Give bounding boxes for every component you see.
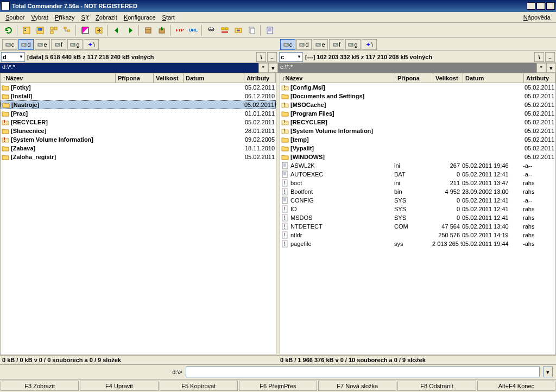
refresh-icon[interactable] [2, 24, 15, 37]
ftp-icon[interactable]: FTP [173, 24, 186, 37]
file-row[interactable]: !pagefilesys2 013 265 92005.02.2011 19:4… [280, 239, 555, 248]
folder-row[interactable]: [temp]05.02.2011 20:48---- [280, 135, 555, 144]
folder-row[interactable]: ![System Volume Information]09.02.2005 2… [1, 135, 276, 144]
file-icon: ! [281, 231, 289, 239]
right-path[interactable]: c:\*.* [278, 63, 536, 73]
view-brief-icon[interactable] [20, 24, 33, 37]
url-icon[interactable]: URL [187, 24, 200, 37]
file-row[interactable]: ASWL2Kini26705.02.2011 19:46-a-- [280, 161, 555, 170]
menu-vybrat[interactable]: Vybrat [28, 13, 51, 22]
drive-button-network[interactable]: \ [84, 39, 99, 50]
back-icon[interactable] [110, 24, 123, 37]
folder-row[interactable]: ![System Volume Information]05.02.2011 1… [280, 127, 555, 135]
folder-row[interactable]: [Zabava]18.11.2010 20:41---- [1, 144, 276, 153]
left-column-headers[interactable]: ↑Název Přípona Velikost Datum Atributy [1, 73, 276, 83]
menu-sit[interactable]: Síť [78, 13, 93, 22]
menu-zobrazit[interactable]: Zobrazit [92, 13, 121, 22]
file-row[interactable]: AUTOEXECBAT005.02.2011 12:41-a-- [280, 170, 555, 179]
fkey-f4[interactable]: F4 Upravit [80, 381, 158, 391]
svg-rect-58 [282, 197, 287, 204]
folder-row[interactable]: [Install]06.12.2010 20:55---- [1, 92, 276, 100]
view-full-icon[interactable] [34, 24, 47, 37]
folder-row[interactable]: [Program Files]05.02.2011 20:26r--- [280, 109, 555, 118]
drive-button-d[interactable]: d [18, 39, 34, 50]
folder-row[interactable]: [Prac]01.01.2011 17:21---- [1, 109, 276, 118]
fkey-altf4[interactable]: Alt+F4 Konec [477, 381, 555, 391]
fkey-f3[interactable]: F3 Zobrazit [1, 381, 79, 391]
menu-start[interactable]: Start [159, 13, 178, 22]
left-favorites-button[interactable]: * [258, 63, 268, 73]
drive-button-g[interactable]: g [345, 39, 361, 50]
folder-row[interactable]: [Slunecnice]28.01.2011 17:11---- [1, 127, 276, 135]
folder-row[interactable]: [Nastroje]05.02.2011 20:45---- [1, 100, 276, 109]
sync-icon[interactable] [232, 24, 245, 37]
fkey-f5[interactable]: F5 Kopírovat [160, 381, 238, 391]
menu-soubor[interactable]: Soubor [2, 13, 28, 22]
left-history-button[interactable]: ▾ [268, 63, 278, 73]
file-row[interactable]: !bootini21105.02.2011 13:47rahs [280, 179, 555, 187]
folder-icon [281, 153, 289, 161]
left-panel[interactable]: ↑Název Přípona Velikost Datum Atributy [… [0, 73, 276, 355]
drive-button-d[interactable]: d [296, 39, 312, 50]
fkey-f8[interactable]: F8 Odstranit [397, 381, 476, 391]
unpack-icon[interactable] [155, 24, 168, 37]
notepad-icon[interactable] [263, 24, 276, 37]
folder-row[interactable]: [Zaloha_registr]05.02.2011 17:44---- [1, 153, 276, 161]
maximize-button[interactable]: □ [536, 2, 545, 10]
drive-button-c[interactable]: c [2, 39, 17, 50]
right-root-button[interactable]: \ [534, 52, 544, 62]
right-favorites-button[interactable]: * [536, 63, 546, 73]
left-root-button[interactable]: \ [256, 52, 266, 62]
left-drive-combo[interactable]: d▼ [1, 52, 25, 62]
right-up-button[interactable]: .. [545, 52, 555, 62]
cmdline-history-button[interactable]: ▾ [543, 366, 553, 377]
close-button[interactable]: × [546, 2, 555, 10]
folder-row[interactable]: [Documents and Settings]05.02.2011 12:47… [280, 92, 555, 100]
folder-row[interactable]: ![RECYCLER]05.02.2011 14:40--hs [280, 118, 555, 127]
drive-button-g[interactable]: g [67, 39, 83, 50]
search-icon[interactable] [205, 24, 218, 37]
drive-button-network[interactable]: \ [362, 39, 377, 50]
right-panel[interactable]: ↑Název Přípona Velikost Datum Atributy !… [280, 73, 556, 355]
minimize-button[interactable]: _ [527, 2, 535, 10]
right-history-button[interactable]: ▾ [546, 63, 556, 73]
file-row[interactable]: CONFIGSYS005.02.2011 12:41-a-- [280, 196, 555, 205]
folder-icon [2, 110, 9, 117]
drive-button-e[interactable]: e [35, 39, 50, 50]
drive-button-e[interactable]: e [313, 39, 328, 50]
copy-names-icon[interactable] [245, 24, 258, 37]
menu-napoveda[interactable]: Nápověda [520, 13, 554, 22]
drive-button-c[interactable]: c [280, 39, 295, 50]
view-tree-icon[interactable] [61, 24, 74, 37]
folder-row[interactable]: [Fotky]05.02.2011 08:48---- [1, 83, 276, 92]
folder-icon [281, 144, 289, 152]
file-row[interactable]: !NTDETECTCOM47 56405.02.2011 13:40rahs [280, 222, 555, 231]
left-up-button[interactable]: .. [267, 52, 277, 62]
drive-button-f[interactable]: f [51, 39, 66, 50]
forward-icon[interactable] [124, 24, 137, 37]
file-row[interactable]: !MSDOSSYS005.02.2011 12:41rahs [280, 213, 555, 222]
swap-panels-icon[interactable] [92, 24, 105, 37]
invert-select-icon[interactable] [79, 24, 92, 37]
right-drive-combo[interactable]: c▼ [279, 52, 303, 62]
folder-row[interactable]: [Vypalit]05.02.2011 20:46---- [280, 144, 555, 153]
cmdline-input[interactable] [186, 366, 540, 377]
pack-icon[interactable] [142, 24, 155, 37]
drive-button-f[interactable]: f [329, 39, 344, 50]
svg-text:!: ! [283, 188, 285, 195]
folder-row[interactable]: ![Config.Msi]05.02.2011 20:42--h- [280, 83, 555, 92]
fkey-f6[interactable]: F6 PřejmPřes [239, 381, 317, 391]
fkey-f7[interactable]: F7 Nová složka [318, 381, 396, 391]
multi-rename-icon[interactable] [218, 24, 231, 37]
folder-row[interactable]: ![MSOCache]05.02.2011 20:09r-h- [280, 100, 555, 109]
file-row[interactable]: !ntldr250 57605.02.2011 14:19rahs [280, 231, 555, 239]
right-column-headers[interactable]: ↑Název Přípona Velikost Datum Atributy [280, 73, 555, 83]
menu-prikazy[interactable]: Příkazy [52, 13, 78, 22]
left-path[interactable]: d:\*.* [0, 63, 258, 73]
file-row[interactable]: !Bootfontbin4 95223.09.2002 13:00rahs [280, 187, 555, 196]
folder-row[interactable]: ![RECYCLER]05.02.2011 14:40--hs [1, 118, 276, 127]
menu-konfigurace[interactable]: Konfigurace [121, 13, 159, 22]
file-row[interactable]: !IOSYS005.02.2011 12:41rahs [280, 205, 555, 213]
view-thumb-icon[interactable] [47, 24, 60, 37]
folder-row[interactable]: [WINDOWS]05.02.2011 20:15---- [280, 153, 555, 161]
